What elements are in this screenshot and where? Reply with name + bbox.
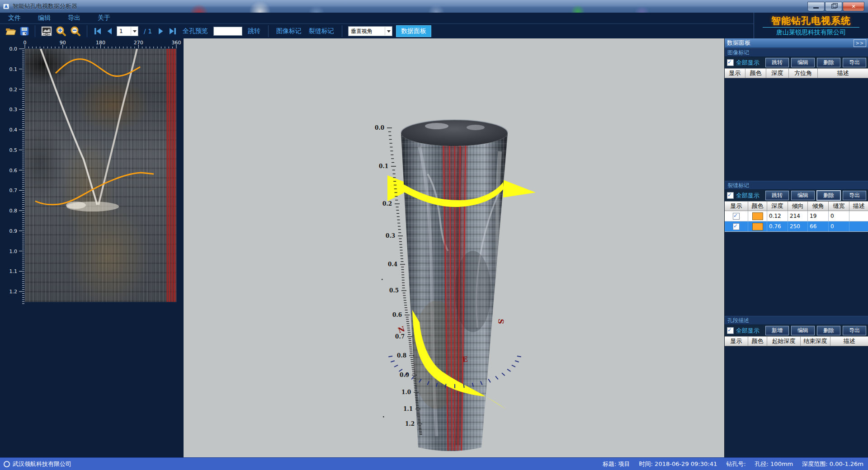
depth-label: 0.6 xyxy=(9,168,18,174)
crack-marks-col-0: 显示 xyxy=(725,202,748,211)
menu-item-0[interactable]: 文件 xyxy=(5,13,24,23)
borehole-image[interactable] xyxy=(25,49,176,302)
crack-marks-jump-button[interactable]: 跳转 xyxy=(765,191,789,200)
unwrapped-borehole-panel[interactable]: 090180270360 0.00.10.20.30.40.50.60.70.8… xyxy=(0,38,184,457)
page-select[interactable]: 1 xyxy=(117,26,138,36)
crack-row-visible-checkbox[interactable] xyxy=(733,213,740,220)
open-file-button[interactable] xyxy=(5,27,16,36)
last-page-button[interactable] xyxy=(168,27,177,35)
compass-letter-E: E xyxy=(462,355,468,364)
crack-row-show-cell xyxy=(725,211,748,221)
zoom-out-button[interactable] xyxy=(70,26,81,37)
segments-show-all-label: 全部显示 xyxy=(736,327,760,335)
segments-show-all-checkbox[interactable] xyxy=(727,327,734,334)
menu-item-1[interactable]: 编辑 xyxy=(35,13,53,23)
save-icon xyxy=(20,27,29,36)
crack-marks-edit-button[interactable]: 编辑 xyxy=(791,191,815,200)
azimuth-label: 360 xyxy=(172,40,181,46)
crack-marks-col-2: 深度 xyxy=(767,202,788,211)
brand-block: 智能钻孔电视系统 唐山莱锐思科技有限公司 xyxy=(754,13,868,38)
depth-label: 0.3 xyxy=(9,107,18,113)
segments-edit-button[interactable]: 编辑 xyxy=(791,326,815,335)
crack-row-color-swatch[interactable] xyxy=(752,223,763,230)
crack-row-dip-direction: 250 xyxy=(788,221,808,231)
menu-item-2[interactable]: 导出 xyxy=(65,13,83,23)
data-panel: 数据面板 >> 图像标记 全部显示 跳转 编辑 删除 导出 显示颜色深度方位角描… xyxy=(724,38,868,457)
segments-table-body[interactable] xyxy=(725,346,868,457)
segments-col-1: 颜色 xyxy=(748,337,767,346)
image-marks-show-all-label: 全部显示 xyxy=(736,59,760,67)
segments-delete-button[interactable]: 删除 xyxy=(817,326,840,335)
image-mark-button[interactable]: 图像标记 xyxy=(276,27,302,35)
image-marks-delete-button[interactable]: 删除 xyxy=(817,58,840,67)
status-field-1: 时间: 2018-06-29 09:30:41 xyxy=(639,460,717,468)
toolbar-separator xyxy=(35,25,35,37)
image-marks-section-header: 图像标记 xyxy=(725,48,868,57)
zoom-out-icon xyxy=(70,26,81,37)
next-page-button[interactable] xyxy=(157,27,165,35)
crack-marks-controls: 全部显示 跳转 编辑 删除 导出 xyxy=(725,190,868,201)
crack-row-color-swatch[interactable] xyxy=(752,212,763,220)
image-marks-jump-button[interactable]: 跳转 xyxy=(765,58,789,67)
image-marks-export-button[interactable]: 导出 xyxy=(843,58,866,67)
crack-row-dip-direction: 214 xyxy=(788,211,808,221)
crack-row-0[interactable]: 0.12214190 xyxy=(725,211,868,221)
window-title: 智能钻孔电视数据分析器 xyxy=(13,2,77,10)
save-button[interactable] xyxy=(20,27,29,36)
scene-depth-label: 1.2 xyxy=(405,421,415,427)
title-bar[interactable]: 智能钻孔电视数据分析器 ✕ xyxy=(0,0,868,13)
crack-marks-delete-button[interactable]: 删除 xyxy=(817,191,840,200)
segments-add-button[interactable]: 新增 xyxy=(765,326,789,335)
segments-export-button[interactable]: 导出 xyxy=(843,326,866,335)
crack-row-1[interactable]: 0.76250660 xyxy=(725,221,868,232)
jump-button[interactable]: 跳转 xyxy=(248,27,260,35)
compass-letter-S: S xyxy=(496,319,505,324)
image-marks-table-body[interactable] xyxy=(725,78,868,181)
zoom-in-button[interactable] xyxy=(56,26,66,37)
crack-row-visible-checkbox[interactable] xyxy=(733,223,740,230)
minimize-button[interactable] xyxy=(807,2,825,11)
segments-controls: 全部显示 新增 编辑 删除 导出 xyxy=(725,325,868,336)
borehole-cylinder[interactable] xyxy=(396,120,514,456)
cylinder-inner-highlight xyxy=(467,125,485,130)
crack-mark-button[interactable]: 裂缝标记 xyxy=(309,27,334,35)
crack-marks-export-button[interactable]: 导出 xyxy=(843,191,866,200)
image-adjust-icon xyxy=(41,26,52,36)
crack-marks-col-3: 倾向 xyxy=(788,202,808,211)
menu-item-3[interactable]: 关于 xyxy=(95,13,113,23)
jump-page-input[interactable] xyxy=(213,27,242,36)
first-page-icon xyxy=(93,27,102,35)
image-marks-show-all-checkbox[interactable] xyxy=(727,59,734,66)
crack-marks-col-5: 缝宽 xyxy=(829,202,849,211)
segments-col-4: 描述 xyxy=(830,337,868,346)
close-button[interactable]: ✕ xyxy=(843,2,864,11)
data-panel-toggle-button[interactable]: 数据面板 xyxy=(396,25,431,37)
crack-row-dip-angle: 66 xyxy=(808,221,829,231)
scene-depth-label: 1.1 xyxy=(403,406,413,412)
azimuth-label: 90 xyxy=(60,40,66,46)
borehole-3d-viewport[interactable]: NES 0.00.10.20.30.40.50.60.70.80.91.01.1… xyxy=(184,38,724,457)
prev-page-button[interactable] xyxy=(106,27,113,35)
image-marks-edit-button[interactable]: 编辑 xyxy=(791,58,815,67)
azimuth-label: 180 xyxy=(96,40,105,46)
application-window: 智能钻孔电视数据分析器 ✕ 文件编辑导出关于 xyxy=(0,0,868,470)
crack-row-desc xyxy=(849,211,868,221)
view-angle-value: 垂直视角 xyxy=(349,28,385,35)
crack-marks-table-body[interactable]: 0.122141900.76250660 xyxy=(725,211,868,316)
crack-row-dip-angle: 19 xyxy=(808,211,829,221)
data-panel-header[interactable]: 数据面板 >> xyxy=(725,38,868,48)
scene-depth-label: 0.2 xyxy=(382,201,392,207)
image-marks-col-3: 方位角 xyxy=(789,69,818,78)
restore-button[interactable] xyxy=(825,2,842,11)
image-marks-controls: 全部显示 跳转 编辑 删除 导出 xyxy=(725,57,868,68)
crack-marks-show-all-checkbox[interactable] xyxy=(727,192,734,199)
status-company-icon xyxy=(4,461,10,467)
toolbar-separator xyxy=(87,25,87,37)
segments-section-header: 孔段描述 xyxy=(725,316,868,325)
full-hole-preview-button[interactable]: 全孔预览 xyxy=(183,27,208,35)
first-page-button[interactable] xyxy=(93,27,102,35)
image-adjust-button[interactable] xyxy=(41,26,52,36)
view-angle-select[interactable]: 垂直视角 xyxy=(348,26,392,36)
minimize-icon xyxy=(813,7,819,9)
collapse-panel-button[interactable]: >> xyxy=(854,39,866,47)
